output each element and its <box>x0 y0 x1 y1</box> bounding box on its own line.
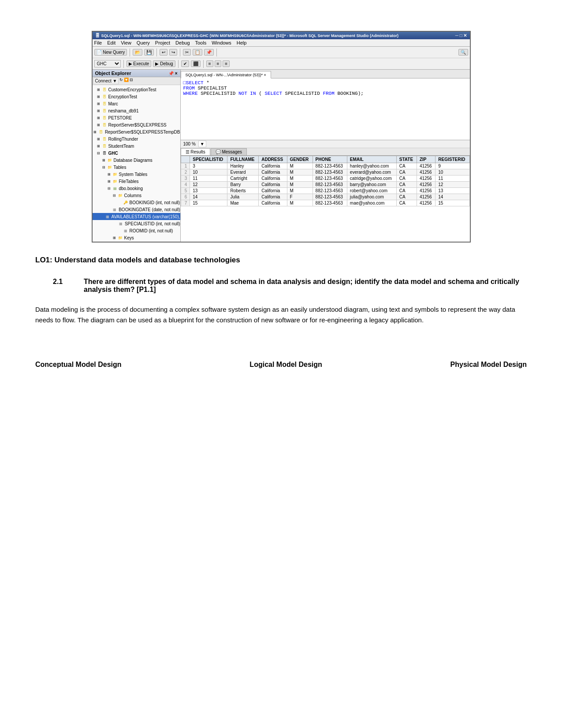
query-tab-active[interactable]: SQLQuery1.sql - WN-...\Administrator (53… <box>181 71 271 78</box>
expand-icon[interactable]: ⊞ <box>96 144 101 148</box>
menu-file[interactable]: File <box>94 40 102 45</box>
query-area: SQLQuery1.sql - WN-...\Administrator (53… <box>181 70 470 242</box>
expand-icon[interactable]: ⊞ <box>96 95 101 99</box>
query-editor[interactable]: □SELECT * FROM SPECIALIST WHERE SPECIALI… <box>181 78 470 140</box>
sql-keyword-from-2: FROM <box>323 91 334 96</box>
oe-item-petstore[interactable]: ⊞ 🗄 PETSTORE <box>93 114 180 121</box>
expand-icon[interactable]: ⊞ <box>107 179 112 183</box>
oe-item-reportserver[interactable]: ⊞ 🗄 ReportServer$SQLEXPRESS <box>93 121 180 128</box>
expand-icon[interactable]: ⊞ <box>112 236 117 240</box>
toolbar-btn-results[interactable]: ≡ <box>206 60 213 67</box>
menu-edit[interactable]: Edit <box>107 40 115 45</box>
cell-state: CA <box>396 169 417 175</box>
menu-query[interactable]: Query <box>137 40 150 45</box>
cell-phone: 882-123-4563 <box>313 169 347 175</box>
oe-item-constraints[interactable]: ⊞ 📁 Constraints <box>93 241 180 242</box>
oe-filter[interactable]: 🔽 <box>124 78 129 84</box>
oe-item-reportservertemp[interactable]: ⊞ 🗄 ReportServer$SQLEXPRESSTempDB <box>93 128 180 135</box>
menu-view[interactable]: View <box>121 40 131 45</box>
cell-fullname: Everard <box>227 169 259 175</box>
oe-item-tables[interactable]: ⊟ 📁 Tables <box>93 164 180 171</box>
table-row: 7 15 Mae California M 882-123-4563 mae@y… <box>181 200 469 206</box>
cell-state: CA <box>396 175 417 182</box>
cell-fullname: Cartright <box>227 175 259 182</box>
sql-subquery: ( <box>259 91 264 96</box>
expand-icon-booking[interactable]: ⊟ <box>107 187 112 190</box>
toolbar-copy[interactable]: 📋 <box>193 49 202 56</box>
menu-help[interactable]: Help <box>237 40 247 45</box>
expand-icon[interactable]: ⊞ <box>107 172 112 176</box>
oe-item-customerencryptiontest[interactable]: ⊞ 🗄 CustomerEncryptionTest <box>93 86 180 93</box>
toolbar-cut[interactable]: ✂ <box>183 49 191 56</box>
table-row: 3 11 Cartright California M 882-123-4563… <box>181 175 469 182</box>
oe-item-specialistid[interactable]: ▦ SPECIALISTID (int, not null) <box>93 220 180 227</box>
debug-button[interactable]: ▶ Debug <box>153 60 175 67</box>
oe-label: PETSTORE <box>108 116 132 120</box>
toolbar-redo[interactable]: ↪ <box>169 49 177 56</box>
cell-email: everard@yahoo.com <box>347 169 396 175</box>
oe-item-systables[interactable]: ⊞ 📁 System Tables <box>93 171 180 178</box>
expand-icon[interactable]: ⊞ <box>96 116 101 120</box>
expand-icon-tables[interactable]: ⊟ <box>101 165 107 169</box>
model-labels: Conceptual Model Design Logical Model De… <box>0 334 562 386</box>
toolbar-btn-plan[interactable]: ≡ <box>215 60 222 67</box>
oe-item-marc[interactable]: ⊞ 🗄 Marc <box>93 100 180 107</box>
ssms-title-bar: 🗄 SQLQuery1.sql - WIN-M0FMHS9U6CI\SQLEXP… <box>93 32 470 39</box>
oe-item-studentteam[interactable]: ⊞ 🗄 StudentTeam <box>93 142 180 149</box>
toolbar-save[interactable]: 💾 <box>144 49 154 56</box>
expand-icon[interactable]: ⊞ <box>93 130 98 134</box>
execute-button[interactable]: ▶ Execute <box>127 60 152 67</box>
oe-item-dbdiagrams[interactable]: ⊞ 📁 Database Diagrams <box>93 157 180 164</box>
oe-item-ghc[interactable]: ⊟ 🗄 GHC <box>93 149 180 157</box>
oe-pin[interactable]: 📌 × <box>168 71 178 76</box>
oe-item-bookingid[interactable]: 🔑 BOOKINGID (int, not null) <box>93 199 180 206</box>
col-icon: ▦ <box>104 213 111 220</box>
toolbar-open[interactable]: 📂 <box>133 49 142 56</box>
toolbar-btn-client[interactable]: ≡ <box>223 60 230 67</box>
expand-icon-ghc[interactable]: ⊟ <box>96 151 101 155</box>
menu-project[interactable]: Project <box>155 40 170 45</box>
tab-results[interactable]: ☰ Results <box>181 148 210 155</box>
zoom-control[interactable]: ▼ <box>198 141 206 147</box>
oe-item-availablestatus[interactable]: ▦ AVAILABLESTATUS (varchar(150), <box>93 213 180 220</box>
expand-icon[interactable]: ⊞ <box>96 137 101 141</box>
menu-tools[interactable]: Tools <box>195 40 207 45</box>
oe-item-filetables[interactable]: ⊞ 📁 FileTables <box>93 178 180 185</box>
toolbar-parse[interactable]: ✔ <box>181 60 189 67</box>
menu-windows[interactable]: Windows <box>212 40 231 45</box>
toolbar-stop[interactable]: ⬛ <box>191 60 201 67</box>
expand-icon[interactable]: ⊞ <box>96 109 101 113</box>
col-rownum <box>181 156 190 163</box>
oe-item-columns[interactable]: ⊟ 📁 Columns <box>93 192 180 199</box>
oe-item-dbo-booking[interactable]: ⊟ ▤ dbo.booking <box>93 185 180 192</box>
toolbar-new-query[interactable]: 📄 New Query <box>94 49 127 56</box>
toolbar-paste[interactable]: 📌 <box>204 49 214 56</box>
toolbar-undo[interactable]: ↩ <box>160 49 167 56</box>
oe-item-rollingthunder[interactable]: ⊞ 🗄 RollingThunder <box>93 135 180 142</box>
cell-gender: F <box>287 194 313 200</box>
menu-debug[interactable]: Debug <box>175 40 190 45</box>
toolbar-search[interactable]: 🔍 <box>458 49 468 56</box>
expand-icon-columns[interactable]: ⊟ <box>112 194 117 198</box>
expand-icon[interactable]: ⊞ <box>101 158 107 162</box>
oe-item-neshama[interactable]: ⊞ 🗄 neshama_db91 <box>93 107 180 114</box>
oe-collapse[interactable]: ⊟ <box>130 78 133 84</box>
expand-icon[interactable]: ⊞ <box>96 123 101 127</box>
oe-item-keys[interactable]: ⊞ 📁 Keys <box>93 234 180 241</box>
cell-registerid: 14 <box>435 194 469 200</box>
toolbar-separator-4 <box>216 49 217 56</box>
oe-connect[interactable]: Connect ▼ <box>93 78 119 84</box>
cell-address: California <box>259 182 287 188</box>
expand-icon[interactable]: ⊞ <box>96 88 101 92</box>
expand-icon[interactable]: ⊞ <box>96 102 101 106</box>
oe-label: FileTables <box>119 179 139 184</box>
oe-refresh[interactable]: ↻ <box>119 78 123 84</box>
oe-item-encryptiontest[interactable]: ⊞ 🗄 EncryptionTest <box>93 93 180 100</box>
table-row: 2 10 Everard California M 882-123-4563 e… <box>181 169 469 175</box>
tab-messages[interactable]: 💬 Messages <box>211 148 247 155</box>
row-num: 6 <box>181 194 190 200</box>
toolbar-separator-6 <box>178 60 179 68</box>
oe-item-roomid[interactable]: ▦ ROOMID (int, not null) <box>93 227 180 234</box>
oe-item-bookingdate[interactable]: ▦ BOOKINGDATE (date, not null) <box>93 206 180 213</box>
database-selector[interactable]: GHC <box>94 60 121 67</box>
